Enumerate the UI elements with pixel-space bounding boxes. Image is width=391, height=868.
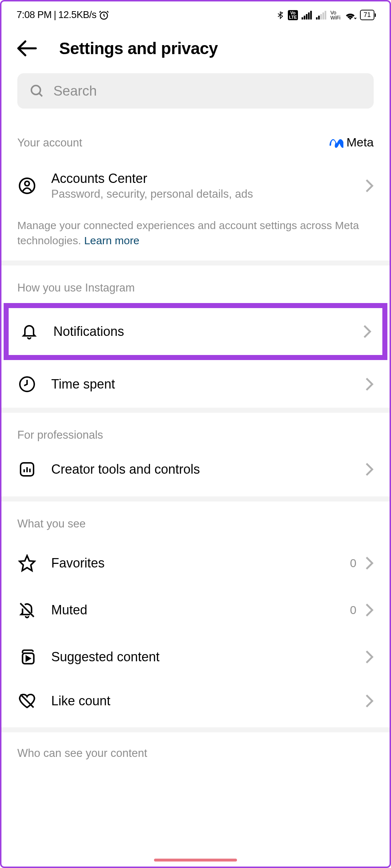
status-data-rate: 12.5KB/s xyxy=(58,9,97,21)
status-left: 7:08 PM | 12.5KB/s xyxy=(17,9,109,21)
svg-point-15 xyxy=(25,181,30,186)
bell-icon xyxy=(19,323,39,341)
chevron-right-icon xyxy=(365,556,374,570)
header: Settings and privacy xyxy=(1,24,390,68)
chevron-right-icon xyxy=(363,324,372,339)
like-count-item[interactable]: Like count xyxy=(1,680,390,727)
your-account-title: Your account xyxy=(17,136,82,149)
notifications-highlight: Notifications xyxy=(4,303,387,360)
heart-off-icon xyxy=(17,692,37,710)
home-indicator[interactable] xyxy=(154,859,237,862)
star-icon xyxy=(17,554,37,572)
page-title: Settings and privacy xyxy=(59,39,218,58)
svg-rect-7 xyxy=(318,16,320,19)
meta-logo: Meta xyxy=(328,135,374,149)
wifi-icon xyxy=(344,10,356,20)
suggested-content-label: Suggested content xyxy=(51,649,351,665)
creator-tools-label: Creator tools and controls xyxy=(51,462,351,477)
professionals-title: For professionals xyxy=(17,429,103,441)
svg-rect-9 xyxy=(322,12,324,19)
suggested-content-item[interactable]: Suggested content xyxy=(1,634,390,680)
battery-indicator: 71 xyxy=(360,10,374,20)
search-input[interactable]: Search xyxy=(17,73,374,109)
status-time: 7:08 PM xyxy=(17,9,52,21)
svg-rect-4 xyxy=(308,12,310,19)
chevron-right-icon xyxy=(365,377,374,391)
professionals-header: For professionals xyxy=(1,413,390,442)
notifications-item[interactable]: Notifications xyxy=(9,308,382,355)
search-icon xyxy=(30,84,44,98)
vowifi-bot: WiFi xyxy=(330,15,341,20)
chart-square-icon xyxy=(17,461,37,478)
battery-level: 71 xyxy=(364,11,371,18)
favorites-item[interactable]: Favorites 0 xyxy=(1,540,390,587)
chevron-right-icon xyxy=(365,603,374,617)
vowifi-top: Vo xyxy=(330,10,341,15)
visibility-title: Who can see your content xyxy=(17,747,147,759)
status-sep: | xyxy=(54,9,56,21)
meta-icon xyxy=(328,137,343,148)
chevron-right-icon xyxy=(365,462,374,477)
notifications-label: Notifications xyxy=(53,324,348,339)
chevron-right-icon xyxy=(365,179,374,193)
clock-icon xyxy=(17,376,37,393)
muted-item[interactable]: Muted 0 xyxy=(1,587,390,634)
creator-tools-item[interactable]: Creator tools and controls xyxy=(1,450,390,496)
accounts-center-label: Accounts Center xyxy=(51,171,351,186)
accounts-center-item[interactable]: Accounts Center Password, security, pers… xyxy=(1,149,390,203)
person-circle-icon xyxy=(17,177,37,195)
svg-rect-8 xyxy=(320,14,322,19)
volte-badge: Vo LTE xyxy=(288,10,298,20)
accounts-center-sub: Password, security, personal details, ad… xyxy=(51,188,351,201)
status-right: Vo LTE Vo WiFi 71 xyxy=(276,10,374,21)
muted-label: Muted xyxy=(51,602,335,618)
images-play-icon xyxy=(17,648,37,666)
status-bar: 7:08 PM | 12.5KB/s Vo LTE Vo WiFi 71 xyxy=(1,1,390,24)
back-arrow-icon[interactable] xyxy=(17,38,38,59)
divider xyxy=(1,496,390,501)
signal-icon-1 xyxy=(302,11,312,19)
favorites-label: Favorites xyxy=(51,556,335,571)
meta-label: Meta xyxy=(346,135,374,149)
your-account-header: Your account Meta xyxy=(1,109,390,149)
favorites-count: 0 xyxy=(350,557,356,570)
what-you-see-title: What you see xyxy=(17,517,86,530)
svg-rect-10 xyxy=(325,11,326,19)
svg-marker-24 xyxy=(26,656,30,661)
chevron-right-icon xyxy=(365,650,374,664)
svg-point-12 xyxy=(31,86,40,95)
signal-icon-2 xyxy=(316,11,327,19)
visibility-header: Who can see your content xyxy=(1,732,390,760)
time-spent-item[interactable]: Time spent xyxy=(1,361,390,408)
bluetooth-icon xyxy=(276,10,284,21)
description-text: Manage your connected experiences and ac… xyxy=(17,219,359,246)
bell-off-icon xyxy=(17,601,37,619)
svg-rect-6 xyxy=(316,17,318,19)
vowifi-badge: Vo WiFi xyxy=(330,10,341,20)
divider xyxy=(1,727,390,732)
svg-marker-21 xyxy=(19,556,35,571)
svg-rect-5 xyxy=(310,11,312,19)
svg-rect-3 xyxy=(306,14,308,19)
what-you-see-header: What you see xyxy=(1,501,390,530)
svg-rect-1 xyxy=(302,17,303,19)
search-placeholder: Search xyxy=(53,83,97,99)
how-you-use-title: How you use Instagram xyxy=(17,281,135,294)
muted-count: 0 xyxy=(350,604,356,617)
divider xyxy=(1,408,390,413)
svg-rect-2 xyxy=(304,16,306,19)
svg-line-13 xyxy=(39,93,42,96)
learn-more-link[interactable]: Learn more xyxy=(84,234,139,246)
time-spent-label: Time spent xyxy=(51,377,351,392)
how-you-use-header: How you use Instagram xyxy=(1,266,390,294)
accounts-description: Manage your connected experiences and ac… xyxy=(1,203,390,260)
alarm-icon xyxy=(98,10,109,21)
divider xyxy=(1,260,390,266)
chevron-right-icon xyxy=(365,694,374,708)
like-count-label: Like count xyxy=(51,693,351,709)
